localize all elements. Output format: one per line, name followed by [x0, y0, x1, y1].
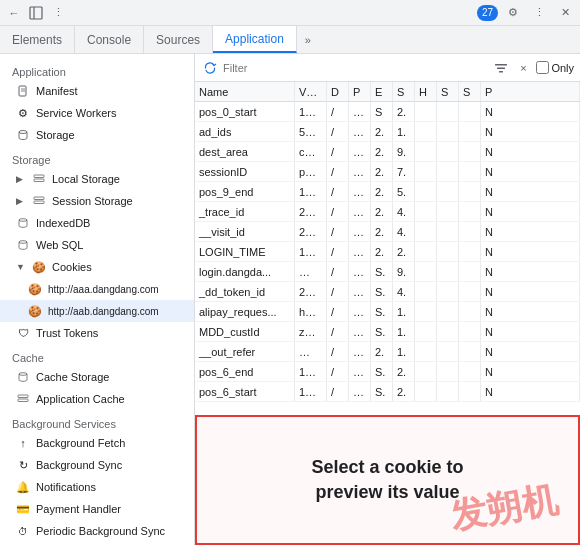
tab-application[interactable]: Application: [213, 26, 297, 53]
filter-bar: × Only: [195, 54, 580, 82]
sidebar-item-indexeddb[interactable]: IndexedDB: [0, 212, 194, 234]
cell-value: 2…: [295, 202, 327, 221]
cell-secure: [437, 262, 459, 281]
sidebar-item-manifest[interactable]: Manifest: [0, 80, 194, 102]
table-row[interactable]: MDD_custId z… / … S. 1. N: [195, 322, 580, 342]
sidebar-item-session-storage[interactable]: ▶ Session Storage: [0, 190, 194, 212]
cell-path: …: [349, 282, 371, 301]
svg-rect-7: [34, 179, 44, 182]
sidebar-item-local-storage[interactable]: ▶ Local Storage: [0, 168, 194, 190]
sidebar-item-bg-fetch[interactable]: ↑ Background Fetch: [0, 432, 194, 454]
cell-size: 7.: [393, 162, 415, 181]
table-row[interactable]: __visit_id 2… / … 2. 4. N: [195, 222, 580, 242]
svg-rect-17: [499, 71, 503, 73]
table-row[interactable]: dest_area c… / … 2. 9. N: [195, 142, 580, 162]
table-row[interactable]: _trace_id 2… / … 2. 4. N: [195, 202, 580, 222]
tab-elements[interactable]: Elements: [0, 26, 75, 53]
dock-icon[interactable]: [26, 3, 46, 23]
expand-arrow: ▼: [16, 262, 26, 272]
cell-httponly: [415, 242, 437, 261]
sidebar-item-bg-sync[interactable]: ↻ Background Sync: [0, 454, 194, 476]
sidebar-item-notifications[interactable]: 🔔 Notifications: [0, 476, 194, 498]
close-icon[interactable]: ✕: [554, 2, 576, 24]
cell-priority: N: [481, 182, 580, 201]
only-checkbox[interactable]: [536, 61, 549, 74]
tab-bar: Elements Console Sources Application »: [0, 26, 580, 54]
table-row[interactable]: pos_0_start 1… / … S 2. N: [195, 102, 580, 122]
svg-rect-13: [18, 395, 28, 398]
cell-path: …: [349, 302, 371, 321]
cell-value: c…: [295, 142, 327, 161]
cell-path: …: [349, 322, 371, 341]
cell-expires: 2.: [371, 142, 393, 161]
filter-input[interactable]: [223, 62, 488, 74]
cell-name: sessionID: [195, 162, 295, 181]
clear-filter-button[interactable]: ×: [514, 59, 532, 77]
table-row[interactable]: pos_6_start 1… / … S. 2. N: [195, 382, 580, 402]
tab-console[interactable]: Console: [75, 26, 144, 53]
table-row[interactable]: ad_ids 5… / … 2. 1. N: [195, 122, 580, 142]
table-row[interactable]: pos_6_end 1… / … S. 2. N: [195, 362, 580, 382]
sidebar-item-app-cache[interactable]: Application Cache: [0, 388, 194, 410]
cell-name: pos_9_end: [195, 182, 295, 201]
cell-expires: S.: [371, 382, 393, 401]
sidebar-item-cookie-url-1[interactable]: 🍪 http://aaa.dangdang.com: [0, 278, 194, 300]
cell-path: …: [349, 222, 371, 241]
sidebar-item-cookie-url-2[interactable]: 🍪 http://aab.dangdang.com: [0, 300, 194, 322]
local-storage-icon: [32, 172, 46, 186]
sidebar-item-cookies[interactable]: ▼ 🍪 Cookies: [0, 256, 194, 278]
cell-secure: [437, 202, 459, 221]
cell-priority: N: [481, 102, 580, 121]
sidebar-item-service-workers[interactable]: ⚙ Service Workers: [0, 102, 194, 124]
cell-value: 1…: [295, 242, 327, 261]
sidebar-item-storage[interactable]: Storage: [0, 124, 194, 146]
cell-samesite: [459, 202, 481, 221]
cell-httponly: [415, 142, 437, 161]
sidebar-item-trust-tokens[interactable]: 🛡 Trust Tokens: [0, 322, 194, 344]
cell-value: 2…: [295, 222, 327, 241]
table-row[interactable]: login.dangda... … / … S. 9. N: [195, 262, 580, 282]
table-row[interactable]: LOGIN_TIME 1… / … 2. 2. N: [195, 242, 580, 262]
cell-value: 1…: [295, 182, 327, 201]
cell-domain: /: [327, 182, 349, 201]
cell-priority: N: [481, 162, 580, 181]
sidebar-item-periodic-bg-sync[interactable]: ⏱ Periodic Background Sync: [0, 520, 194, 542]
cell-domain: /: [327, 222, 349, 241]
cell-name: alipay_reques...: [195, 302, 295, 321]
cell-samesite: [459, 142, 481, 161]
cell-samesite: [459, 222, 481, 241]
svg-rect-8: [34, 197, 44, 200]
session-storage-icon: [32, 194, 46, 208]
cell-priority: N: [481, 202, 580, 221]
cell-value: 2…: [295, 282, 327, 301]
only-label[interactable]: Only: [536, 61, 574, 74]
table-row[interactable]: _dd_token_id 2… / … S. 4. N: [195, 282, 580, 302]
cache-storage-icon: [16, 370, 30, 384]
table-row[interactable]: __out_refer … / … 2. 1. N: [195, 342, 580, 362]
sidebar-item-web-sql[interactable]: Web SQL: [0, 234, 194, 256]
cell-domain: /: [327, 382, 349, 401]
cell-samesite: [459, 302, 481, 321]
sidebar-item-cache-storage[interactable]: Cache Storage: [0, 366, 194, 388]
cell-priority: N: [481, 342, 580, 361]
refresh-button[interactable]: [201, 59, 219, 77]
section-cache: Cache: [0, 344, 194, 366]
table-row[interactable]: pos_9_end 1… / … 2. 5. N: [195, 182, 580, 202]
cell-value: z…: [295, 322, 327, 341]
table-row[interactable]: alipay_reques... h… / … S. 1. N: [195, 302, 580, 322]
tab-sources[interactable]: Sources: [144, 26, 213, 53]
cell-path: …: [349, 242, 371, 261]
settings-icon[interactable]: ⚙: [502, 2, 524, 24]
back-icon[interactable]: ←: [4, 3, 24, 23]
tab-more-icon[interactable]: »: [297, 26, 319, 53]
more-vertical-icon[interactable]: ⋮: [48, 3, 68, 23]
cell-name: pos_0_start: [195, 102, 295, 121]
cell-httponly: [415, 342, 437, 361]
kebab-menu-icon[interactable]: ⋮: [528, 2, 550, 24]
cell-samesite: [459, 282, 481, 301]
cell-secure: [437, 222, 459, 241]
cell-domain: /: [327, 122, 349, 141]
filter-options-icon[interactable]: [492, 59, 510, 77]
table-row[interactable]: sessionID p… / … 2. 7. N: [195, 162, 580, 182]
sidebar-item-payment-handler[interactable]: 💳 Payment Handler: [0, 498, 194, 520]
